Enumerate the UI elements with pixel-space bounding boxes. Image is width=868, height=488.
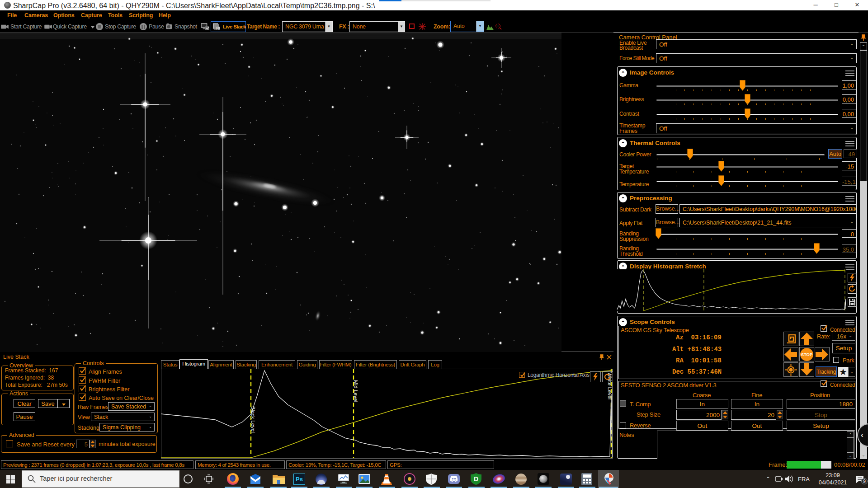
- svg-text:D: D: [474, 475, 478, 483]
- svg-text:2: 2: [217, 27, 218, 30]
